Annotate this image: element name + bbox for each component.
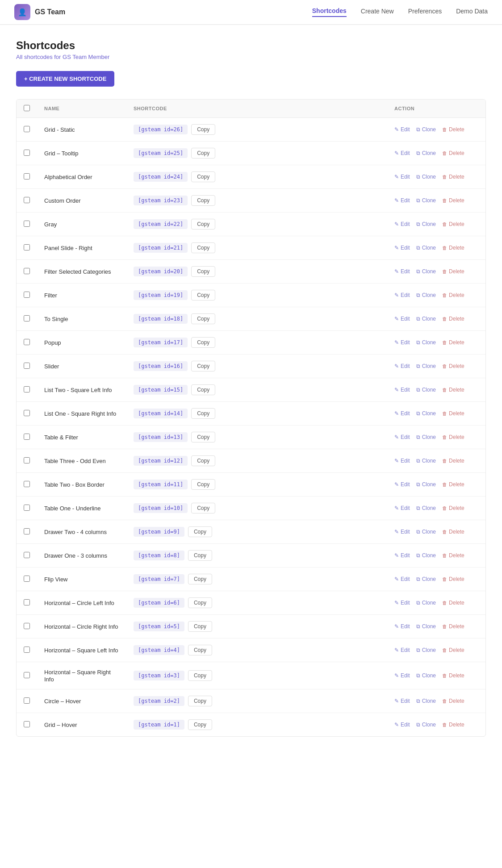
delete-button[interactable]: 🗑 Delete — [442, 387, 464, 393]
clone-button[interactable]: ⧉ Clone — [416, 150, 436, 156]
row-checkbox[interactable] — [24, 505, 30, 511]
delete-button[interactable]: 🗑 Delete — [442, 126, 464, 133]
row-checkbox[interactable] — [24, 623, 30, 629]
edit-button[interactable]: ✎ Edit — [394, 722, 410, 728]
clone-button[interactable]: ⧉ Clone — [416, 268, 436, 275]
row-checkbox[interactable] — [24, 339, 30, 345]
copy-button[interactable]: Copy — [191, 148, 215, 159]
delete-button[interactable]: 🗑 Delete — [442, 174, 464, 180]
copy-button[interactable]: Copy — [188, 670, 212, 681]
clone-button[interactable]: ⧉ Clone — [416, 316, 436, 322]
edit-button[interactable]: ✎ Edit — [394, 647, 410, 653]
row-checkbox[interactable] — [24, 292, 30, 298]
delete-button[interactable]: 🗑 Delete — [442, 197, 464, 204]
row-checkbox[interactable] — [24, 647, 30, 653]
nav-item-preferences[interactable]: Preferences — [408, 8, 442, 17]
edit-button[interactable]: ✎ Edit — [394, 339, 410, 346]
copy-button[interactable]: Copy — [191, 124, 215, 135]
copy-button[interactable]: Copy — [188, 574, 212, 584]
edit-button[interactable]: ✎ Edit — [394, 197, 410, 204]
edit-button[interactable]: ✎ Edit — [394, 150, 410, 156]
edit-button[interactable]: ✎ Edit — [394, 363, 410, 369]
copy-button[interactable]: Copy — [191, 384, 215, 395]
delete-button[interactable]: 🗑 Delete — [442, 434, 464, 440]
row-checkbox[interactable] — [24, 599, 30, 605]
edit-button[interactable]: ✎ Edit — [394, 552, 410, 559]
clone-button[interactable]: ⧉ Clone — [416, 458, 436, 464]
copy-button[interactable]: Copy — [191, 432, 215, 442]
delete-button[interactable]: 🗑 Delete — [442, 458, 464, 464]
edit-button[interactable]: ✎ Edit — [394, 576, 410, 582]
row-checkbox[interactable] — [24, 363, 30, 369]
clone-button[interactable]: ⧉ Clone — [416, 722, 436, 728]
edit-button[interactable]: ✎ Edit — [394, 387, 410, 393]
row-checkbox[interactable] — [24, 434, 30, 440]
row-checkbox[interactable] — [24, 528, 30, 534]
clone-button[interactable]: ⧉ Clone — [416, 576, 436, 582]
row-checkbox[interactable] — [24, 173, 30, 179]
delete-button[interactable]: 🗑 Delete — [442, 268, 464, 275]
delete-button[interactable]: 🗑 Delete — [442, 481, 464, 488]
row-checkbox[interactable] — [24, 126, 30, 132]
copy-button[interactable]: Copy — [188, 719, 212, 730]
copy-button[interactable]: Copy — [191, 242, 215, 253]
edit-button[interactable]: ✎ Edit — [394, 672, 410, 679]
row-checkbox[interactable] — [24, 672, 30, 678]
select-all-checkbox[interactable] — [24, 105, 30, 111]
clone-button[interactable]: ⧉ Clone — [416, 647, 436, 653]
delete-button[interactable]: 🗑 Delete — [442, 339, 464, 346]
copy-button[interactable]: Copy — [188, 645, 212, 655]
copy-button[interactable]: Copy — [191, 266, 215, 277]
clone-button[interactable]: ⧉ Clone — [416, 339, 436, 346]
delete-button[interactable]: 🗑 Delete — [442, 292, 464, 298]
clone-button[interactable]: ⧉ Clone — [416, 505, 436, 511]
edit-button[interactable]: ✎ Edit — [394, 698, 410, 704]
edit-button[interactable]: ✎ Edit — [394, 245, 410, 251]
copy-button[interactable]: Copy — [191, 479, 215, 490]
clone-button[interactable]: ⧉ Clone — [416, 174, 436, 180]
delete-button[interactable]: 🗑 Delete — [442, 150, 464, 156]
copy-button[interactable]: Copy — [188, 696, 212, 706]
edit-button[interactable]: ✎ Edit — [394, 623, 410, 630]
delete-button[interactable]: 🗑 Delete — [442, 363, 464, 369]
delete-button[interactable]: 🗑 Delete — [442, 576, 464, 582]
delete-button[interactable]: 🗑 Delete — [442, 698, 464, 704]
clone-button[interactable]: ⧉ Clone — [416, 672, 436, 679]
copy-button[interactable]: Copy — [191, 503, 215, 513]
clone-button[interactable]: ⧉ Clone — [416, 529, 436, 535]
clone-button[interactable]: ⧉ Clone — [416, 600, 436, 606]
edit-button[interactable]: ✎ Edit — [394, 316, 410, 322]
delete-button[interactable]: 🗑 Delete — [442, 600, 464, 606]
copy-button[interactable]: Copy — [191, 455, 215, 466]
row-checkbox[interactable] — [24, 721, 30, 727]
clone-button[interactable]: ⧉ Clone — [416, 387, 436, 393]
clone-button[interactable]: ⧉ Clone — [416, 698, 436, 704]
edit-button[interactable]: ✎ Edit — [394, 529, 410, 535]
row-checkbox[interactable] — [24, 386, 30, 392]
row-checkbox[interactable] — [24, 457, 30, 463]
clone-button[interactable]: ⧉ Clone — [416, 410, 436, 417]
copy-button[interactable]: Copy — [188, 550, 212, 561]
row-checkbox[interactable] — [24, 576, 30, 582]
row-checkbox[interactable] — [24, 552, 30, 558]
delete-button[interactable]: 🗑 Delete — [442, 505, 464, 511]
delete-button[interactable]: 🗑 Delete — [442, 316, 464, 322]
clone-button[interactable]: ⧉ Clone — [416, 623, 436, 630]
row-checkbox[interactable] — [24, 244, 30, 250]
copy-button[interactable]: Copy — [191, 408, 215, 419]
nav-item-demo-data[interactable]: Demo Data — [456, 8, 488, 17]
clone-button[interactable]: ⧉ Clone — [416, 197, 436, 204]
row-checkbox[interactable] — [24, 481, 30, 487]
clone-button[interactable]: ⧉ Clone — [416, 363, 436, 369]
edit-button[interactable]: ✎ Edit — [394, 481, 410, 488]
row-checkbox[interactable] — [24, 221, 30, 227]
clone-button[interactable]: ⧉ Clone — [416, 552, 436, 559]
delete-button[interactable]: 🗑 Delete — [442, 245, 464, 251]
edit-button[interactable]: ✎ Edit — [394, 505, 410, 511]
copy-button[interactable]: Copy — [188, 597, 212, 608]
edit-button[interactable]: ✎ Edit — [394, 410, 410, 417]
edit-button[interactable]: ✎ Edit — [394, 292, 410, 298]
copy-button[interactable]: Copy — [188, 526, 212, 537]
edit-button[interactable]: ✎ Edit — [394, 458, 410, 464]
copy-button[interactable]: Copy — [191, 337, 215, 348]
